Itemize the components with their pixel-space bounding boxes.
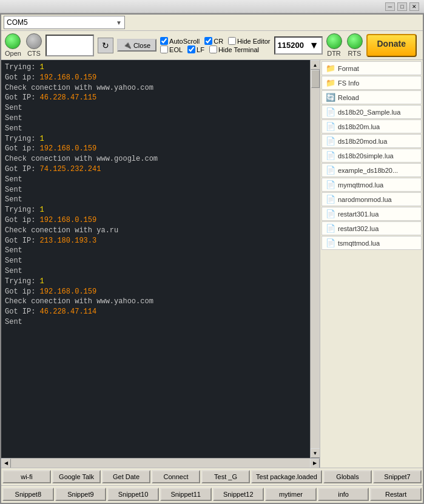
com-dropdown-arrow: ▼ bbox=[116, 19, 122, 26]
scroll-down-button[interactable]: ▼ bbox=[311, 448, 320, 458]
baud-arrow: ▼ bbox=[309, 40, 319, 51]
folder-icon: 📁 bbox=[326, 78, 335, 87]
cts-label: CTS bbox=[27, 50, 41, 57]
bottom-bar2-button[interactable]: Snippet12 bbox=[213, 488, 264, 501]
autoscroll-checkbox[interactable] bbox=[160, 37, 168, 45]
rts-led bbox=[347, 33, 363, 49]
right-panel: 📁Format📁FS Info🔄Reload📄ds18b20_Sample.lu… bbox=[320, 60, 423, 468]
terminal-line: Got ip: 192.168.0.159 bbox=[5, 144, 306, 154]
baud-rate-value: 115200 bbox=[278, 41, 304, 50]
terminal-line: Sent bbox=[5, 266, 306, 277]
close-window-button[interactable]: ✕ bbox=[409, 2, 419, 11]
terminal-line: Sent bbox=[5, 195, 306, 205]
right-panel-item[interactable]: 📄restart301.lua bbox=[321, 207, 422, 221]
dtr-btn-group: DTR bbox=[326, 33, 342, 57]
right-panel-item[interactable]: 📄example_ds18b20... bbox=[321, 163, 422, 177]
right-panel-item[interactable]: 📄narodmonmod.lua bbox=[321, 192, 422, 206]
hide-terminal-label: Hide Terminal bbox=[218, 46, 259, 53]
bottom-bar1-button[interactable]: Get Date bbox=[102, 470, 150, 483]
bottom-bar1-button[interactable]: wi-fi bbox=[2, 470, 51, 483]
com-port-dropdown[interactable]: COM5 ▼ bbox=[4, 16, 125, 29]
terminal-line: Got IP: 74.125.232.241 bbox=[5, 164, 306, 175]
right-panel-label: Format bbox=[338, 65, 359, 72]
file-icon: 📄 bbox=[326, 122, 335, 131]
dtr-rts-buttons: DTR RTS bbox=[326, 33, 363, 57]
main-window: COM5 ▼ Open CTS ↻ 🔌 Close bbox=[0, 13, 424, 504]
baud-rate-select[interactable]: 115200 ▼ bbox=[274, 36, 323, 55]
bottom-bar2-button[interactable]: Snippet8 bbox=[2, 488, 54, 501]
terminal-line: Got ip: 192.168.0.159 bbox=[5, 215, 306, 226]
right-panel-item[interactable]: 📄ds18b20mod.lua bbox=[321, 134, 422, 148]
terminal-line: Sent bbox=[5, 124, 306, 134]
h-scroll-track[interactable] bbox=[11, 459, 310, 468]
bottom-bar1-button[interactable]: Google Talk bbox=[52, 470, 101, 483]
scroll-track[interactable] bbox=[311, 70, 320, 448]
eol-checkbox[interactable] bbox=[160, 45, 168, 53]
scroll-left-button[interactable]: ◀ bbox=[1, 459, 11, 468]
rts-btn-group: RTS bbox=[347, 33, 363, 57]
right-panel-label: FS Info bbox=[338, 79, 359, 87]
bottom-bar2-button[interactable]: info bbox=[318, 488, 369, 501]
file-icon: 📄 bbox=[326, 224, 335, 233]
toolbar: Open CTS ↻ 🔌 Close AutoScroll bbox=[1, 31, 423, 60]
maximize-button[interactable]: □ bbox=[397, 2, 407, 11]
terminal-line: Check conection with www.yahoo.com bbox=[5, 297, 306, 307]
com-port-label: COM5 bbox=[7, 18, 28, 27]
file-icon: 📄 bbox=[326, 195, 335, 204]
scroll-thumb[interactable] bbox=[311, 70, 320, 88]
right-panel-label: ds18b20_Sample.lua bbox=[338, 109, 400, 116]
bottom-bar2-button[interactable]: Snippet11 bbox=[160, 488, 212, 501]
right-panel-label: ds18b20m.lua bbox=[338, 123, 380, 130]
refresh-button[interactable]: ↻ bbox=[98, 38, 113, 53]
open-btn-group: Open bbox=[5, 33, 21, 57]
donate-button[interactable]: Donate bbox=[366, 34, 417, 57]
bottom-bar2-button[interactable]: Snippet9 bbox=[55, 488, 107, 501]
vertical-scrollbar[interactable]: ▲ ▼ bbox=[310, 60, 320, 458]
close-button[interactable]: 🔌 Close bbox=[117, 39, 156, 52]
cr-checkbox[interactable] bbox=[204, 37, 212, 45]
file-icon: 📄 bbox=[326, 151, 335, 160]
right-panel-item[interactable]: 📄ds18b20m.lua bbox=[321, 119, 422, 133]
right-panel-item[interactable]: 📄tsmqttmod.lua bbox=[321, 236, 422, 250]
right-panel-item[interactable]: 📄mymqttmod.lua bbox=[321, 178, 422, 192]
right-panel-label: Reload bbox=[338, 94, 359, 101]
bottom-bar1-button[interactable]: Test package.loaded bbox=[251, 470, 322, 483]
right-panel-item[interactable]: 📄ds18b20_Sample.lua bbox=[321, 105, 422, 119]
minimize-button[interactable]: ─ bbox=[385, 2, 395, 11]
horizontal-scrollbar[interactable]: ◀ ▶ bbox=[1, 458, 320, 468]
right-panel-item[interactable]: 📄ds18b20simple.lua bbox=[321, 149, 422, 163]
right-panel-item[interactable]: 🔄Reload bbox=[321, 90, 422, 104]
bottom-bar2-button[interactable]: Snippet10 bbox=[107, 488, 159, 501]
lf-checkbox[interactable] bbox=[187, 45, 195, 53]
file-icon: 📄 bbox=[326, 107, 335, 116]
hide-editor-checkbox[interactable] bbox=[228, 37, 236, 45]
right-panel-label: tsmqttmod.lua bbox=[338, 240, 380, 247]
window-controls: ─ □ ✕ bbox=[385, 2, 419, 11]
eol-label: EOL bbox=[169, 46, 183, 53]
bottom-bar1-button[interactable]: Snippet7 bbox=[373, 470, 422, 483]
bottom-bar2-button[interactable]: Restart bbox=[370, 488, 422, 501]
eol-item: EOL bbox=[160, 45, 183, 53]
terminal-line: Check conection with ya.ru bbox=[5, 226, 306, 236]
autoscroll-item: AutoScroll bbox=[160, 37, 200, 45]
terminal-line: Sent bbox=[5, 246, 306, 256]
right-panel-item[interactable]: 📄restart302.lua bbox=[321, 221, 422, 235]
terminal-line: Sent bbox=[5, 113, 306, 124]
scroll-up-button[interactable]: ▲ bbox=[311, 60, 320, 70]
terminal[interactable]: Trying: 1Got ip: 192.168.0.159Check cone… bbox=[1, 60, 310, 458]
bottom-bar1-button[interactable]: Test _G bbox=[201, 470, 250, 483]
scroll-right-button[interactable]: ▶ bbox=[310, 459, 320, 468]
right-panel-item[interactable]: 📁FS Info bbox=[321, 76, 422, 90]
bottom-bar2-button[interactable]: mytimer bbox=[265, 488, 317, 501]
hide-editor-label: Hide Editor bbox=[237, 38, 270, 45]
right-panel-item[interactable]: 📁Format bbox=[321, 61, 422, 75]
cts-led bbox=[26, 33, 42, 49]
right-panel-label: narodmonmod.lua bbox=[338, 196, 392, 203]
terminal-line: Trying: 1 bbox=[5, 62, 306, 73]
bottom-bar1-button[interactable]: Connect bbox=[152, 470, 200, 483]
bottom-bar1-button[interactable]: Globals bbox=[323, 470, 372, 483]
terminal-line: Got ip: 192.168.0.159 bbox=[5, 73, 306, 83]
dtr-led bbox=[326, 33, 342, 49]
send-input[interactable] bbox=[45, 35, 94, 56]
hide-terminal-checkbox[interactable] bbox=[209, 45, 217, 53]
